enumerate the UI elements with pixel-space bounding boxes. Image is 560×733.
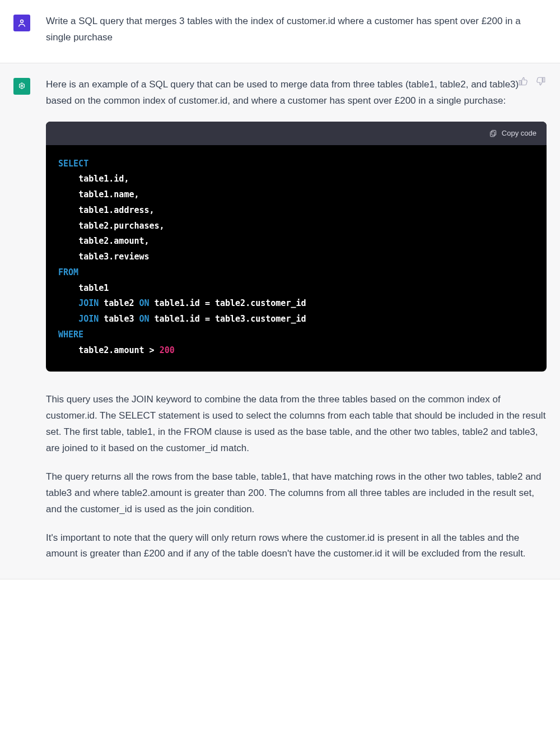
thumbs-down-icon: [536, 76, 546, 86]
assistant-intro: Here is an example of a SQL query that c…: [46, 77, 547, 109]
thumbs-up-button[interactable]: [517, 76, 529, 87]
clipboard-icon: [489, 129, 497, 137]
svg-rect-1: [492, 131, 496, 136]
assistant-message-body: Here is an example of a SQL query that c…: [46, 77, 547, 563]
person-icon: [17, 18, 27, 28]
assistant-avatar: [13, 78, 30, 95]
assistant-paragraph: It's important to note that the query wi…: [46, 530, 547, 563]
svg-point-0: [21, 20, 24, 23]
user-message: Write a SQL query that merges 3 tables w…: [0, 0, 560, 63]
user-message-text: Write a SQL query that merges 3 tables w…: [46, 13, 547, 46]
copy-code-label: Copy code: [502, 127, 536, 140]
assistant-message: Here is an example of a SQL query that c…: [0, 63, 560, 580]
assistant-paragraph: This query uses the JOIN keyword to comb…: [46, 392, 547, 457]
thumbs-up-icon: [518, 76, 528, 86]
code-block: Copy code SELECT table1.id, table1.name,…: [46, 122, 547, 372]
copy-code-button[interactable]: Copy code: [489, 127, 536, 140]
chat-transcript: Write a SQL query that merges 3 tables w…: [0, 0, 560, 579]
assistant-paragraph: The query returns all the rows from the …: [46, 469, 547, 518]
svg-rect-2: [490, 132, 494, 137]
openai-icon: [17, 81, 27, 91]
thumbs-down-button[interactable]: [535, 76, 547, 87]
user-avatar: [13, 15, 30, 31]
code-block-content[interactable]: SELECT table1.id, table1.name, table1.ad…: [46, 145, 547, 372]
feedback-controls: [517, 76, 547, 87]
code-block-header: Copy code: [46, 122, 547, 145]
